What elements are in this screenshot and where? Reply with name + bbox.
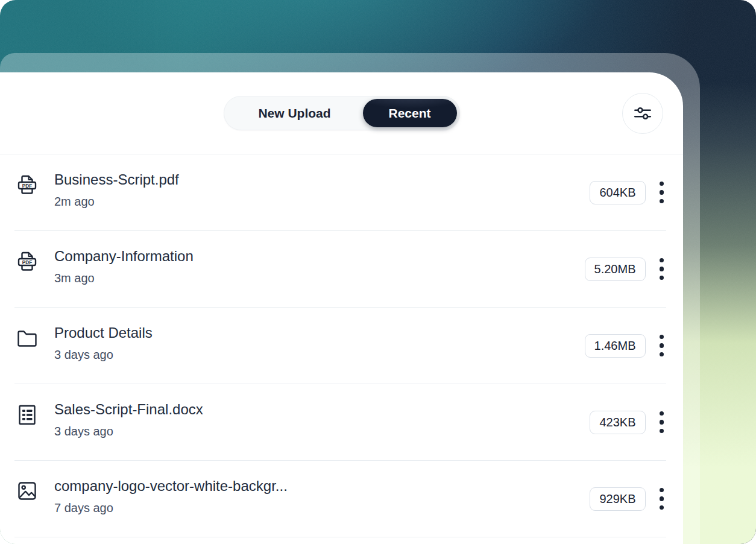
kebab-dot xyxy=(660,258,664,263)
kebab-dot xyxy=(660,411,664,416)
file-size-badge: 5.20MB xyxy=(585,258,646,281)
file-row[interactable]: company-logo-vector-white-backgr... 7 da… xyxy=(14,461,666,537)
filter-button[interactable] xyxy=(622,93,663,134)
file-row[interactable]: Sales-Script-Final.docx 3 days ago 423KB xyxy=(14,384,666,461)
kebab-dot xyxy=(660,335,664,340)
kebab-dot xyxy=(660,199,664,204)
tab-recent[interactable]: Recent xyxy=(363,99,457,127)
file-name: Sales-Script-Final.docx xyxy=(54,401,590,419)
folder-icon xyxy=(14,326,40,350)
sliders-icon xyxy=(631,102,654,125)
kebab-dot xyxy=(660,496,664,501)
file-row[interactable]: Product Details 3 days ago 1.46MB xyxy=(14,308,666,384)
kebab-menu-button[interactable] xyxy=(657,179,667,206)
kebab-dot xyxy=(660,352,664,357)
image-icon xyxy=(14,479,40,504)
document-lines-icon xyxy=(14,403,40,427)
kebab-dot xyxy=(660,429,664,434)
kebab-dot xyxy=(660,276,664,280)
file-name: Business-Script.pdf xyxy=(54,171,590,189)
file-time: 3m ago xyxy=(54,271,585,285)
kebab-menu-button[interactable] xyxy=(657,485,667,513)
kebab-dot xyxy=(660,488,664,493)
kebab-dot xyxy=(660,182,664,186)
file-time: 7 days ago xyxy=(54,501,590,515)
file-row[interactable]: PDF Business-Script.pdf 2m ago 604KB xyxy=(14,154,666,231)
kebab-dot xyxy=(660,505,664,510)
file-name: Company-Information xyxy=(54,248,585,265)
screenshot-root: New Upload Recent PD xyxy=(0,0,756,544)
upload-tabs: New Upload Recent xyxy=(224,96,460,130)
kebab-dot xyxy=(660,190,664,195)
svg-text:PDF: PDF xyxy=(22,260,32,265)
panel-header: New Upload Recent xyxy=(0,72,683,154)
pdf-file-icon: PDF xyxy=(14,173,40,197)
tab-new-upload[interactable]: New Upload xyxy=(227,99,363,127)
svg-text:PDF: PDF xyxy=(22,183,32,189)
file-time: 2m ago xyxy=(54,194,590,209)
file-size-badge: 1.46MB xyxy=(585,334,646,358)
file-name: company-logo-vector-white-backgr... xyxy=(54,478,590,495)
kebab-dot xyxy=(660,420,664,425)
file-panel: New Upload Recent PD xyxy=(0,72,683,544)
kebab-menu-button[interactable] xyxy=(657,256,667,283)
file-row[interactable]: PDF Company-Information 3m ago 5.20MB xyxy=(14,231,666,308)
kebab-menu-button[interactable] xyxy=(657,332,667,359)
pdf-file-icon: PDF xyxy=(14,250,40,274)
file-size-badge: 604KB xyxy=(590,181,645,204)
file-size-badge: 423KB xyxy=(590,411,645,434)
kebab-menu-button[interactable] xyxy=(657,409,667,436)
file-name: Product Details xyxy=(54,324,585,342)
file-size-badge: 929KB xyxy=(590,487,645,511)
file-list: PDF Business-Script.pdf 2m ago 604KB PDF xyxy=(0,154,683,544)
kebab-dot xyxy=(660,267,664,271)
kebab-dot xyxy=(660,343,664,348)
file-time: 3 days ago xyxy=(54,424,590,438)
file-time: 3 days ago xyxy=(54,347,585,362)
